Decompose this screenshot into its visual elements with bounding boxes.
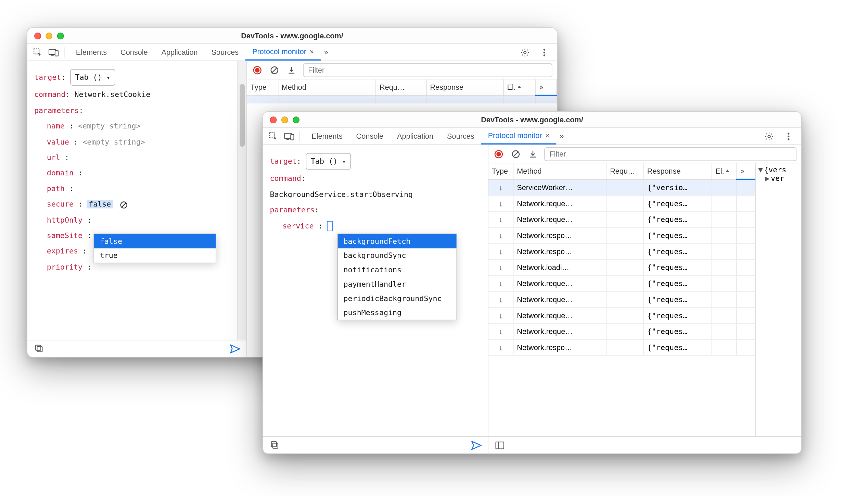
svg-point-27 (497, 152, 501, 156)
param-value-editing[interactable] (327, 221, 333, 231)
record-button[interactable] (493, 148, 504, 160)
close-tab-icon[interactable]: × (545, 132, 549, 139)
clear-value-icon[interactable] (119, 200, 129, 209)
svg-rect-11 (35, 345, 40, 350)
detail-root[interactable]: {vers (764, 165, 786, 174)
command-value[interactable]: BackgroundService.startObserving (270, 190, 413, 199)
dropdown-caret-icon (106, 71, 110, 84)
target-key: target (34, 73, 61, 82)
protocol-table: Type Method Requ… Response El. » ↓Servic… (488, 163, 755, 356)
table-row[interactable]: ↓Network.reque…{"reques… (488, 307, 755, 323)
download-button[interactable] (286, 64, 297, 76)
more-tabs-button[interactable]: » (556, 128, 567, 144)
tab-application[interactable]: Application (390, 128, 440, 144)
autocomplete-option[interactable]: false (94, 234, 216, 248)
close-window-button[interactable] (270, 116, 277, 123)
kebab-menu-icon[interactable] (780, 128, 796, 144)
filter-input[interactable] (303, 63, 552, 77)
tab-sources[interactable]: Sources (205, 44, 246, 60)
table-row[interactable]: ↓Network.reque…{"reques… (488, 323, 755, 339)
param-value-editing[interactable]: false (87, 200, 113, 209)
clear-button[interactable] (269, 64, 280, 76)
tab-elements[interactable]: Elements (69, 44, 114, 60)
minimize-window-button[interactable] (46, 32, 52, 39)
table-row[interactable]: ↓ServiceWorker…{"versio… (488, 179, 755, 195)
autocomplete-option[interactable]: true (94, 248, 216, 263)
param-value[interactable]: <empty_string> (82, 137, 145, 146)
response-detail-pane[interactable]: ▼{vers ▶ver (755, 163, 801, 436)
more-tabs-button[interactable]: » (321, 44, 332, 60)
autocomplete-option[interactable]: paymentHandler (338, 277, 457, 291)
autocomplete-dropdown[interactable]: false true (93, 234, 216, 263)
col-type[interactable]: Type (488, 163, 513, 179)
target-select[interactable]: Tab () (70, 69, 115, 86)
command-value[interactable]: Network.setCookie (74, 90, 150, 99)
device-toolbar-icon[interactable] (281, 128, 297, 144)
table-row[interactable]: ↓Network.respo…{"reques… (488, 339, 755, 355)
copy-icon[interactable] (269, 439, 280, 451)
scrollbar[interactable] (237, 61, 246, 339)
param-value[interactable]: <empty_string> (78, 122, 141, 130)
record-button[interactable] (252, 64, 263, 76)
settings-gear-icon[interactable] (517, 44, 533, 60)
autocomplete-option[interactable]: backgroundSync (338, 248, 457, 263)
more-columns-button[interactable]: » (536, 79, 557, 96)
autocomplete-option[interactable]: periodicBackgroundSync (338, 291, 457, 306)
autocomplete-option[interactable]: backgroundFetch (338, 234, 457, 248)
maximize-window-button[interactable] (57, 32, 64, 39)
close-tab-icon[interactable]: × (310, 48, 314, 55)
table-row[interactable]: ↓Network.respo…{"reques… (488, 243, 755, 259)
table-row[interactable] (247, 95, 557, 103)
inspect-element-icon[interactable] (30, 44, 46, 60)
col-method[interactable]: Method (513, 163, 606, 179)
download-button[interactable] (527, 148, 538, 160)
svg-rect-30 (496, 442, 504, 448)
autocomplete-dropdown[interactable]: backgroundFetch backgroundSync notificat… (337, 234, 457, 320)
autocomplete-option[interactable]: pushMessaging (338, 306, 457, 320)
minimize-window-button[interactable] (281, 116, 288, 123)
table-row[interactable]: ↓Network.reque…{"reques… (488, 291, 755, 307)
col-type[interactable]: Type (247, 79, 278, 96)
tab-protocol-monitor[interactable]: Protocol monitor × (245, 44, 320, 60)
filter-input[interactable] (544, 147, 796, 161)
target-select[interactable]: Tab () (306, 153, 351, 170)
tab-console[interactable]: Console (114, 44, 155, 60)
param-key: httpOnly (47, 215, 82, 224)
table-row[interactable]: ↓Network.loadi…{"reques… (488, 259, 755, 275)
col-request[interactable]: Requ… (376, 79, 426, 96)
col-elapsed[interactable]: El. (712, 163, 736, 179)
settings-gear-icon[interactable] (761, 128, 777, 144)
tab-protocol-monitor[interactable]: Protocol monitor × (481, 128, 556, 144)
table-row[interactable]: ↓Network.reque…{"reques… (488, 195, 755, 211)
table-row[interactable]: ↓Network.respo…{"reques… (488, 227, 755, 243)
tab-sources[interactable]: Sources (440, 128, 481, 144)
svg-point-6 (544, 51, 545, 53)
send-button[interactable] (229, 343, 241, 354)
kebab-menu-icon[interactable] (536, 44, 552, 60)
col-response[interactable]: Response (426, 79, 503, 96)
table-row[interactable]: ↓Network.reque…{"reques… (488, 275, 755, 291)
detail-child[interactable]: ver (771, 174, 784, 183)
more-columns-button[interactable]: » (737, 163, 755, 179)
table-row[interactable]: ↓Network.reque…{"reques… (488, 211, 755, 227)
window-title: DevTools - www.google.com/ (27, 32, 557, 40)
send-button[interactable] (471, 439, 482, 451)
traffic-lights (27, 32, 64, 39)
tab-console[interactable]: Console (349, 128, 391, 144)
inspect-element-icon[interactable] (265, 128, 281, 144)
copy-icon[interactable] (33, 343, 44, 354)
tab-application[interactable]: Application (155, 44, 205, 60)
clear-button[interactable] (510, 148, 521, 160)
col-response[interactable]: Response (643, 163, 712, 179)
traffic-lights (263, 116, 299, 123)
autocomplete-option[interactable]: notifications (338, 263, 457, 277)
device-toolbar-icon[interactable] (46, 44, 62, 60)
col-request[interactable]: Requ… (606, 163, 643, 179)
toggle-sidebar-icon[interactable] (494, 439, 506, 451)
col-method[interactable]: Method (278, 79, 376, 96)
svg-point-7 (544, 54, 545, 56)
close-window-button[interactable] (34, 32, 41, 39)
maximize-window-button[interactable] (293, 116, 299, 123)
tab-elements[interactable]: Elements (305, 128, 349, 144)
col-elapsed[interactable]: El. (503, 79, 536, 96)
